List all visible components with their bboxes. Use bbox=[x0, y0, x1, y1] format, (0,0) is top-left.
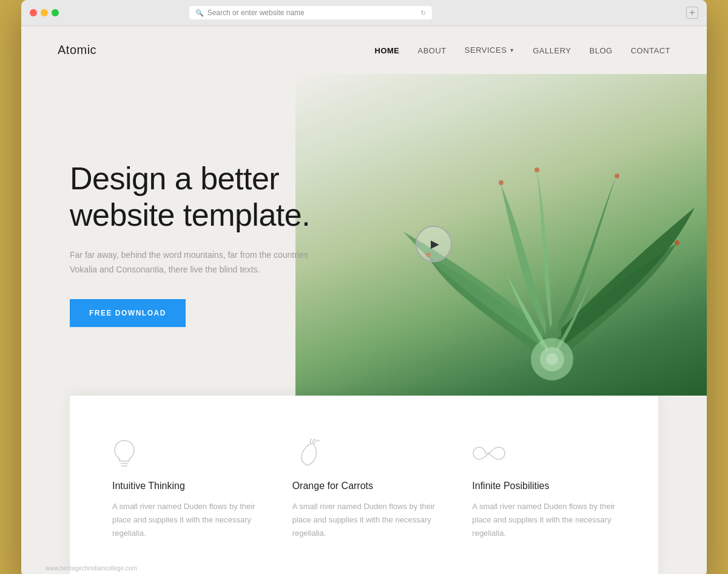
feature-title-thinking: Intuitive Thinking bbox=[112, 481, 256, 491]
browser-window: 🔍 Search or enter website name ↻ + Atomi… bbox=[21, 0, 707, 574]
feature-title-carrots: Orange for Carrots bbox=[292, 481, 436, 491]
nav-links: HOME ABOUT SERVICES ▼ GALLERY BLOG bbox=[375, 45, 670, 56]
nav-link-about[interactable]: ABOUT bbox=[418, 46, 447, 55]
browser-chrome: 🔍 Search or enter website name ↻ + bbox=[21, 0, 707, 26]
website-content: Atomic HOME ABOUT SERVICES ▼ GALLERY bbox=[21, 26, 707, 574]
add-tab-button[interactable]: + bbox=[686, 7, 698, 19]
fullscreen-button[interactable] bbox=[52, 9, 59, 16]
hero-section: Design a better website template. Far fa… bbox=[21, 74, 707, 414]
nav-item-blog[interactable]: BLOG bbox=[590, 45, 613, 56]
nav-item-gallery[interactable]: GALLERY bbox=[533, 45, 571, 56]
feature-item-carrots: Orange for Carrots A small river named D… bbox=[286, 432, 442, 546]
nav-item-services[interactable]: SERVICES ▼ bbox=[465, 46, 514, 55]
succulent-plant bbox=[355, 86, 707, 414]
feature-item-infinite: Infinite Posibilities A small river name… bbox=[466, 432, 622, 546]
infinity-icon bbox=[472, 438, 616, 468]
hero-subtitle: Far far away, behind the word mountains,… bbox=[70, 248, 312, 277]
nav-link-contact[interactable]: CONTACT bbox=[631, 46, 670, 55]
svg-point-4 bbox=[546, 353, 558, 365]
hero-title: Design a better website template. bbox=[70, 161, 325, 234]
play-icon: ▶ bbox=[431, 237, 439, 251]
chevron-down-icon: ▼ bbox=[509, 47, 514, 53]
hero-content: Design a better website template. Far fa… bbox=[21, 124, 373, 363]
nav-link-blog[interactable]: BLOG bbox=[590, 46, 613, 55]
free-download-button[interactable]: FREE DOWNLOAD bbox=[70, 299, 186, 327]
address-bar-text: Search or enter website name bbox=[207, 8, 305, 17]
features-section: Intuitive Thinking A small river named D… bbox=[70, 396, 658, 574]
nav-item-home[interactable]: HOME bbox=[375, 45, 400, 56]
watermark: www.heritagechristiancollege.com bbox=[46, 565, 137, 572]
site-logo[interactable]: Atomic bbox=[58, 43, 96, 57]
lightbulb-icon bbox=[112, 438, 256, 468]
nav-link-home[interactable]: HOME bbox=[375, 46, 400, 55]
feature-title-infinite: Infinite Posibilities bbox=[472, 481, 616, 491]
address-bar[interactable]: 🔍 Search or enter website name ↻ bbox=[189, 6, 432, 19]
search-icon: 🔍 bbox=[195, 9, 204, 17]
feature-item-thinking: Intuitive Thinking A small river named D… bbox=[106, 432, 262, 546]
minimize-button[interactable] bbox=[41, 9, 48, 16]
svg-point-9 bbox=[534, 167, 539, 172]
nav-item-contact[interactable]: CONTACT bbox=[631, 45, 670, 56]
svg-point-7 bbox=[499, 180, 504, 185]
traffic-lights bbox=[30, 9, 59, 16]
nav-link-services[interactable]: SERVICES bbox=[465, 46, 507, 55]
play-video-button[interactable]: ▶ bbox=[416, 226, 452, 262]
feature-desc-carrots: A small river named Duden flows by their… bbox=[292, 500, 436, 540]
carrot-icon bbox=[292, 438, 436, 468]
nav-item-about[interactable]: ABOUT bbox=[418, 45, 447, 56]
feature-desc-thinking: A small river named Duden flows by their… bbox=[112, 500, 256, 540]
refresh-icon[interactable]: ↻ bbox=[420, 9, 426, 17]
navigation: Atomic HOME ABOUT SERVICES ▼ GALLERY bbox=[21, 26, 707, 74]
svg-point-6 bbox=[675, 240, 679, 245]
close-button[interactable] bbox=[30, 9, 37, 16]
svg-point-8 bbox=[615, 174, 619, 178]
nav-link-gallery[interactable]: GALLERY bbox=[533, 46, 571, 55]
feature-desc-infinite: A small river named Duden flows by their… bbox=[472, 500, 616, 540]
